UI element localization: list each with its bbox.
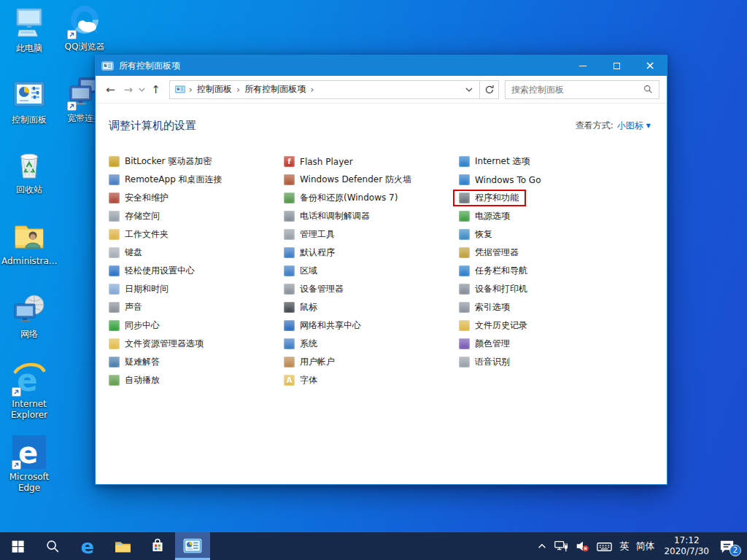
back-button[interactable]: ← <box>101 83 120 96</box>
cp-item-network-sharing[interactable]: 网络和共享中心 <box>278 317 368 334</box>
cp-item-region[interactable]: 区域 <box>278 262 325 279</box>
taskbar-start-button[interactable] <box>0 532 35 560</box>
taskbar-control-panel-button[interactable] <box>175 532 210 560</box>
power-options-icon <box>459 211 470 222</box>
cp-item-taskbar-navigation[interactable]: 任务栏和导航 <box>453 262 535 279</box>
cp-item-label: 语音识别 <box>475 356 510 368</box>
desktop-icon-qq-browser[interactable]: QQ浏览器 <box>57 4 112 52</box>
cp-item-troubleshooting[interactable]: 疑难解答 <box>103 354 167 370</box>
taskbar-file-explorer-button[interactable] <box>105 532 140 560</box>
ime-mode-indicator[interactable]: 简体 <box>635 540 654 553</box>
refresh-button[interactable] <box>480 80 499 99</box>
maximize-button[interactable] <box>600 55 633 76</box>
cp-item-label: 轻松使用设置中心 <box>125 265 195 277</box>
cp-item-recovery[interactable]: 恢复 <box>453 226 500 243</box>
cp-item-label: 日期和时间 <box>125 283 169 295</box>
date-time-icon <box>109 284 120 295</box>
minimize-button[interactable] <box>566 55 600 76</box>
cp-item-work-folders[interactable]: 工作文件夹 <box>103 226 176 243</box>
up-button[interactable]: ↑ <box>147 83 165 96</box>
cp-item-security-flag[interactable]: 安全和维护 <box>103 190 176 206</box>
cp-item-storage-spaces[interactable]: 存储空间 <box>103 208 167 225</box>
cp-item-label: 同步中心 <box>125 319 160 332</box>
forward-button[interactable]: → <box>120 83 138 96</box>
search-icon[interactable] <box>643 85 659 94</box>
view-by-dropdown[interactable]: 小图标 ▼ <box>617 120 651 132</box>
cp-item-keyboard[interactable]: 键盘 <box>103 244 150 261</box>
desktop-icon-label: QQ浏览器 <box>57 42 112 52</box>
action-center-button[interactable]: 2 <box>719 538 740 555</box>
cp-item-label: BitLocker 驱动器加密 <box>125 155 212 168</box>
desktop-icon-internet-explorer[interactable]: eInternet Explorer <box>1 362 57 421</box>
network-tray-icon[interactable] <box>554 539 568 553</box>
cp-item-speech-recognition[interactable]: 语音识别 <box>453 354 517 370</box>
bitlocker-lock-icon <box>109 156 120 167</box>
cp-item-remoteapp[interactable]: RemoteApp 和桌面连接 <box>103 171 230 188</box>
taskbar-store-button[interactable] <box>140 532 175 560</box>
qq-browser-icon <box>67 4 102 39</box>
cp-item-device-manager[interactable]: 设备管理器 <box>278 281 351 298</box>
close-button[interactable]: × <box>633 55 667 76</box>
language-indicator[interactable]: 英 <box>619 540 629 553</box>
cp-item-firewall[interactable]: Windows Defender 防火墙 <box>278 171 419 188</box>
cp-item-power-options[interactable]: 电源选项 <box>453 208 517 225</box>
keyboard-icon <box>109 247 120 258</box>
cp-item-label: 设备和打印机 <box>475 283 527 295</box>
volume-muted-icon[interactable] <box>575 539 589 553</box>
mouse-icon <box>284 302 295 313</box>
cp-item-credential-manager[interactable]: 凭据管理器 <box>453 244 526 261</box>
view-by-label: 查看方式: <box>576 120 614 132</box>
cp-item-devices-printers[interactable]: 设备和打印机 <box>453 281 535 298</box>
cp-item-label: 安全和维护 <box>125 192 169 204</box>
address-bar[interactable]: › 控制面板 › 所有控制面板项 › <box>169 80 480 99</box>
cp-item-default-programs[interactable]: 默认程序 <box>278 244 342 261</box>
phone-modem-icon <box>284 211 295 222</box>
cp-item-bitlocker-lock[interactable]: BitLocker 驱动器加密 <box>103 153 219 170</box>
address-dropdown-icon[interactable] <box>462 88 476 92</box>
breadcrumb-control-panel[interactable]: 控制面板 <box>193 83 236 96</box>
desktop-icon-admin-folder[interactable]: Administra... <box>1 219 57 267</box>
cp-item-label: 存储空间 <box>125 210 160 222</box>
cp-item-date-time[interactable]: 日期和时间 <box>103 281 176 298</box>
cp-item-indexing-options[interactable]: 索引选项 <box>453 299 517 316</box>
taskbar-clock[interactable]: 17:12 2020/7/30 <box>661 535 712 557</box>
cp-item-system[interactable]: 系统 <box>278 335 325 352</box>
shortcut-arrow-icon <box>67 101 77 111</box>
speech-recognition-icon <box>459 357 470 368</box>
show-hidden-icons-chevron[interactable] <box>537 541 547 551</box>
search-input[interactable] <box>506 85 643 95</box>
window-titlebar[interactable]: 所有控制面板项 × <box>96 55 667 76</box>
cp-item-label: 颜色管理 <box>475 338 510 350</box>
cp-item-color-management[interactable]: 颜色管理 <box>453 335 517 352</box>
cp-item-mouse[interactable]: 鼠标 <box>278 299 325 316</box>
troubleshooting-icon <box>109 357 120 368</box>
cp-item-file-history[interactable]: 文件历史记录 <box>453 317 535 334</box>
recent-pages-dropdown-icon[interactable] <box>137 88 147 92</box>
cp-item-label: 管理工具 <box>300 228 335 241</box>
desktop-icon-recycle-bin[interactable]: 回收站 <box>1 147 57 195</box>
cp-item-phone-modem[interactable]: 电话和调制解调器 <box>278 208 377 225</box>
touch-keyboard-icon[interactable] <box>596 538 613 555</box>
cp-item-internet-options[interactable]: Internet 选项 <box>453 153 537 170</box>
cp-item-folder-options[interactable]: 文件资源管理器选项 <box>103 335 211 352</box>
breadcrumb-all-items[interactable]: 所有控制面板项 <box>240 83 310 96</box>
cp-item-programs-features[interactable]: 程序和功能 <box>453 190 526 206</box>
desktop-icon-this-pc[interactable]: 此电脑 <box>1 6 57 54</box>
desktop-icon-network[interactable]: 网络 <box>1 292 57 340</box>
cp-item-label: 电话和调制解调器 <box>300 210 370 222</box>
cp-item-user-accounts[interactable]: 用户帐户 <box>278 354 342 370</box>
cp-item-sync-center[interactable]: 同步中心 <box>103 317 167 334</box>
cp-item-ease-of-access[interactable]: 轻松使用设置中心 <box>103 262 202 279</box>
cp-item-admin-tools[interactable]: 管理工具 <box>278 226 342 243</box>
desktop-icon-control-panel[interactable]: 控制面板 <box>1 77 57 125</box>
desktop-icon-microsoft-edge[interactable]: eMicrosoft Edge <box>1 435 57 494</box>
cp-item-fonts[interactable]: A字体 <box>278 372 325 389</box>
cp-item-sound[interactable]: 声音 <box>103 299 150 316</box>
taskbar-edge-button[interactable]: e <box>70 532 105 560</box>
search-box[interactable] <box>505 80 659 99</box>
cp-item-autoplay[interactable]: 自动播放 <box>103 372 167 389</box>
cp-item-windows-to-go[interactable]: Windows To Go <box>453 171 548 188</box>
taskbar-search-button[interactable] <box>35 532 70 560</box>
cp-item-backup-restore[interactable]: 备份和还原(Windows 7) <box>278 190 405 206</box>
cp-item-flash-player[interactable]: fFlash Player <box>278 153 360 170</box>
